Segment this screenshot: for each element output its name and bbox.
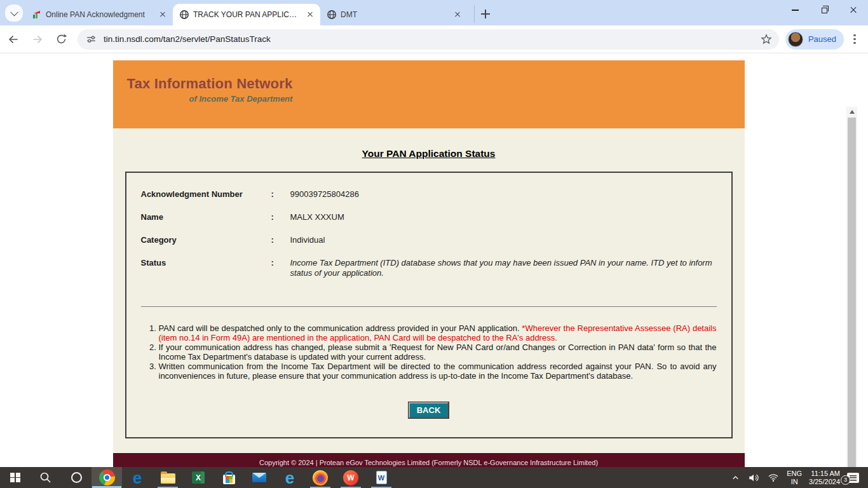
field-label: Status [141, 258, 271, 278]
bookmark-star-icon[interactable] [760, 33, 773, 46]
copyright-text: Copyright © 2024 | Protean eGov Technolo… [259, 459, 598, 466]
browser-toolbar: tin.tin.nsdl.com/tan2/servlet/PanStatusT… [0, 25, 868, 53]
notes-list: PAN card will be despatched only to the … [141, 323, 717, 381]
tab-dmt[interactable]: DMT [320, 4, 468, 25]
tray-date: 3/25/2024 [809, 478, 840, 486]
page-viewport: Tax Information Network of Income Tax De… [0, 53, 857, 467]
windows-logo-icon [10, 473, 20, 483]
globe-icon [327, 10, 337, 20]
cortana-icon [71, 471, 83, 484]
tab-title: DMT [341, 10, 449, 19]
forward-button[interactable] [27, 29, 48, 50]
word-icon [376, 471, 387, 484]
vertical-scrollbar[interactable] [846, 107, 857, 467]
back-arrow-icon [7, 33, 20, 46]
chrome-icon [99, 470, 115, 485]
taskbar-word-button[interactable] [366, 467, 397, 488]
taskbar-edge-button[interactable]: e [122, 467, 153, 488]
restore-icon [822, 8, 827, 13]
edge-icon: e [133, 470, 142, 486]
sync-paused-label: Paused [808, 34, 836, 44]
banner-subtitle: of Income Tax Department [127, 94, 293, 104]
globe-icon [179, 10, 189, 20]
tab-close-icon[interactable] [158, 10, 168, 20]
back-button-page[interactable]: BACK [409, 402, 449, 418]
taskbar-internet-explorer-button[interactable]: e [275, 467, 305, 488]
back-button[interactable] [3, 29, 24, 50]
file-explorer-icon [161, 473, 175, 484]
taskbar-file-explorer-button[interactable] [153, 467, 183, 488]
excel-icon [192, 471, 205, 484]
field-acknowledgment-number: Acknowledgment Number : 990039725804286 [141, 189, 717, 200]
microsoft-store-icon [223, 475, 235, 484]
language-indicator[interactable]: ENG IN [787, 470, 802, 485]
start-button[interactable] [0, 467, 31, 488]
taskbar-chrome-button[interactable] [92, 467, 122, 488]
window-restore-button[interactable] [810, 0, 839, 20]
browser-menu-button[interactable] [849, 34, 860, 45]
wps-office-icon [343, 470, 358, 485]
browser-tab-strip: Online PAN Acknowledgment TRACK YOUR PAN… [0, 0, 868, 25]
field-name: Name : MALX XXXUM [141, 212, 717, 222]
note-item: PAN card will be despatched only to the … [159, 323, 717, 342]
field-label: Category [141, 235, 271, 245]
field-value: Individual [290, 235, 717, 245]
plus-icon [481, 10, 490, 18]
tab-title: TRACK YOUR PAN APPLICATION [193, 10, 301, 19]
windows-taskbar: e e ENG IN [0, 467, 868, 488]
field-status: Status : Income Tax Department (ITD) dat… [141, 258, 717, 278]
window-close-button[interactable] [839, 0, 868, 20]
taskbar-mail-button[interactable] [244, 467, 275, 488]
taskbar-store-button[interactable] [214, 467, 244, 488]
profile-avatar [788, 32, 803, 47]
minimize-icon [792, 10, 799, 10]
tab-track-pan-application[interactable]: TRACK YOUR PAN APPLICATION [173, 4, 320, 25]
internet-explorer-icon: e [285, 470, 294, 486]
taskbar-search-button[interactable] [31, 467, 61, 488]
forward-arrow-icon [31, 33, 44, 46]
taskbar-wps-button[interactable] [336, 467, 366, 488]
tray-time: 11:15 AM [809, 470, 840, 478]
cortana-button[interactable] [61, 467, 92, 488]
site-settings-icon [85, 33, 97, 45]
profile-button[interactable]: Paused [785, 29, 844, 50]
field-value: Income Tax Department (ITD) database sho… [290, 258, 717, 278]
scrollbar-thumb[interactable] [848, 118, 856, 467]
scroll-up-button[interactable] [846, 107, 857, 116]
status-details-box: Acknowledgment Number : 990039725804286 … [125, 172, 733, 438]
taskbar-clock[interactable]: 11:15 AM 3/25/2024 [809, 470, 840, 485]
refresh-icon [55, 33, 67, 45]
separator-line [141, 306, 717, 307]
page-footer: Copyright © 2024 | Protean eGov Technolo… [113, 453, 745, 467]
pan-site-favicon-icon [32, 10, 42, 20]
note-item: If your communication address has change… [159, 342, 717, 362]
main-content: Your PAN Application Status Acknowledgme… [113, 128, 745, 453]
window-minimize-button[interactable] [780, 0, 810, 20]
volume-icon[interactable] [747, 472, 760, 484]
taskbar-firefox-button[interactable] [305, 467, 336, 488]
close-icon [850, 6, 857, 14]
action-center-button[interactable]: 3 [847, 473, 859, 483]
field-label: Acknowledgment Number [141, 189, 271, 200]
tab-search-button[interactable] [5, 4, 23, 22]
field-category: Category : Individual [141, 235, 717, 245]
note-item: Written communication from the Income Ta… [159, 362, 717, 381]
new-tab-button[interactable] [474, 5, 492, 23]
triangle-up-icon [850, 110, 855, 114]
tab-title: Online PAN Acknowledgment [46, 10, 154, 19]
mail-icon [252, 473, 266, 482]
firefox-icon [313, 470, 328, 485]
taskbar-excel-button[interactable] [183, 467, 214, 488]
tab-online-pan-acknowledgment[interactable]: Online PAN Acknowledgment [25, 4, 173, 25]
page-title: Your PAN Application Status [113, 148, 745, 159]
search-icon [39, 471, 52, 484]
refresh-button[interactable] [51, 29, 72, 50]
address-bar[interactable]: tin.tin.nsdl.com/tan2/servlet/PanStatusT… [78, 29, 779, 50]
tab-close-icon[interactable] [452, 10, 463, 20]
url-text[interactable]: tin.tin.nsdl.com/tan2/servlet/PanStatusT… [104, 34, 760, 44]
tab-close-icon[interactable] [305, 10, 315, 20]
tray-chevron-up-icon[interactable] [731, 473, 740, 482]
wifi-icon[interactable] [767, 472, 780, 483]
system-tray: ENG IN 11:15 AM 3/25/2024 3 [731, 467, 868, 488]
chevron-down-icon [10, 8, 18, 17]
